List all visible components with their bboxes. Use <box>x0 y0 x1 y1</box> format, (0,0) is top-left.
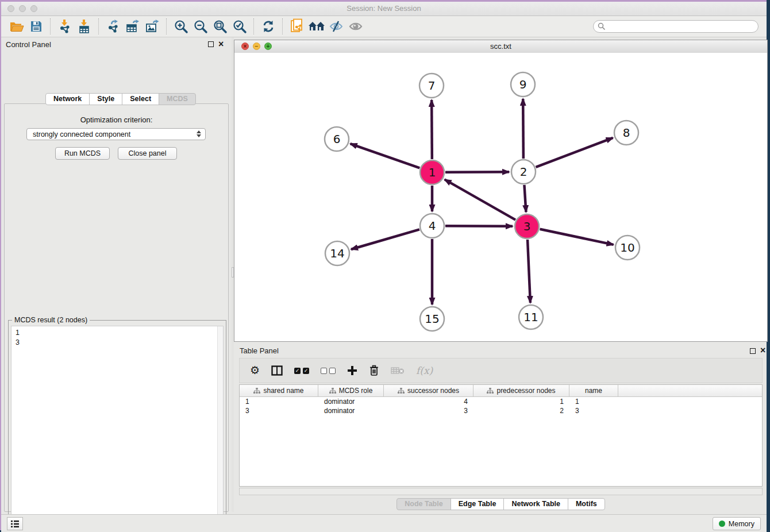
delete-column-button[interactable] <box>369 365 379 376</box>
tab-style[interactable]: Style <box>89 93 122 105</box>
export-table-button[interactable] <box>123 18 143 35</box>
close-panel-button[interactable]: Close panel <box>118 147 177 160</box>
tab-network[interactable]: Network <box>45 93 90 105</box>
graph-edge-1-7[interactable] <box>432 100 432 159</box>
refresh-view-button[interactable] <box>259 18 278 35</box>
table-cell[interactable]: 2 <box>473 406 569 415</box>
table-panel-title: Table Panel <box>240 346 279 355</box>
network-canvas[interactable]: 7968124314101511 <box>234 53 767 341</box>
column-header-name[interactable]: name <box>569 385 618 396</box>
column-type-icon <box>329 388 336 394</box>
zoom-in-button[interactable] <box>171 18 191 35</box>
graph-node-label-14: 14 <box>330 246 344 260</box>
save-session-button[interactable] <box>26 18 46 35</box>
tab-network-table[interactable]: Network Table <box>503 498 568 510</box>
eye-slash-icon <box>329 20 344 33</box>
zoom-selected-button[interactable] <box>230 18 249 35</box>
table-row[interactable]: 3dominator323 <box>240 406 762 415</box>
graph-edge-1-2[interactable] <box>445 172 509 172</box>
graph-edge-2-3[interactable] <box>524 185 526 212</box>
home-icon <box>308 20 325 33</box>
graph-edge-3-11[interactable] <box>528 240 530 303</box>
result-scrollbar[interactable] <box>217 326 223 532</box>
column-header-predecessor-nodes[interactable]: predecessor nodes <box>473 385 569 396</box>
save-disk-icon <box>30 20 43 33</box>
graph-edge-2-9[interactable] <box>523 99 523 159</box>
search-input[interactable] <box>593 20 759 33</box>
column-label: successor nodes <box>407 387 459 395</box>
table-cell[interactable]: 3 <box>569 406 618 415</box>
graph-edge-4-3[interactable] <box>445 226 513 226</box>
column-header-shared-name[interactable]: shared name <box>240 385 318 396</box>
show-columns-button[interactable] <box>271 365 283 376</box>
list-icon <box>10 520 20 528</box>
window-title: Session: New Session <box>1 2 767 16</box>
tab-node-table[interactable]: Node Table <box>396 498 451 510</box>
tab-mcds[interactable]: MCDS <box>159 93 196 105</box>
graph-node-label-8: 8 <box>623 126 630 140</box>
add-column-button[interactable] <box>347 365 357 376</box>
run-mcds-button[interactable]: Run MCDS <box>55 147 110 160</box>
graph-edge-1-6[interactable] <box>351 144 420 168</box>
optimization-criterion-label: Optimization criterion: <box>1 115 232 124</box>
import-table-button[interactable] <box>75 18 94 35</box>
memory-button[interactable]: Memory <box>713 517 761 530</box>
zoom-fit-button[interactable] <box>210 18 230 35</box>
column-header-MCDS-role[interactable]: MCDS role <box>318 385 384 396</box>
network-from-file-button[interactable] <box>287 18 307 35</box>
tab-motifs[interactable]: Motifs <box>568 498 605 510</box>
table-cell[interactable]: 4 <box>384 397 473 406</box>
float-table-panel-icon[interactable] <box>750 348 756 354</box>
table-cell[interactable]: dominator <box>318 406 384 415</box>
table-panel: Table Panel × ⚙ ✓✓ f(x) <box>234 344 768 512</box>
table-hscrollbar[interactable] <box>239 488 763 495</box>
gear-icon: ⚙ <box>250 365 260 376</box>
graph-node-label-2: 2 <box>520 165 528 179</box>
table-settings-button[interactable]: ⚙ <box>250 365 260 376</box>
close-table-panel-icon[interactable]: × <box>760 345 765 356</box>
import-network-icon <box>58 19 72 34</box>
column-header-successor-nodes[interactable]: successor nodes <box>384 385 473 396</box>
graph-edge-2-8[interactable] <box>536 138 613 167</box>
table-cell[interactable]: 3 <box>240 406 318 415</box>
graph-node-label-7: 7 <box>428 79 436 92</box>
home-layout-button[interactable] <box>307 18 326 35</box>
tab-edge-table[interactable]: Edge Table <box>451 498 505 510</box>
show-panel-button[interactable] <box>346 18 365 35</box>
close-panel-icon[interactable]: × <box>218 38 224 50</box>
column-label: MCDS role <box>339 387 373 395</box>
graph-node-label-3: 3 <box>523 219 531 233</box>
import-network-button[interactable] <box>55 18 75 35</box>
graph-node-label-10: 10 <box>620 241 634 255</box>
table-cell[interactable]: 3 <box>384 406 473 415</box>
graph-edge-3-10[interactable] <box>540 229 614 245</box>
table-cell[interactable]: 1 <box>473 397 569 406</box>
zoom-out-button[interactable] <box>191 18 210 35</box>
checkbox-unchecked-icon <box>329 368 336 374</box>
mcds-result-area[interactable]: 1 3 <box>11 326 224 532</box>
hide-panel-button[interactable] <box>326 18 346 35</box>
open-file-button[interactable] <box>7 18 26 35</box>
delete-table-button[interactable] <box>391 366 405 375</box>
select-all-button[interactable]: ✓✓ <box>294 368 309 374</box>
table-cell[interactable]: 1 <box>240 397 318 406</box>
table-cell[interactable]: dominator <box>318 397 384 406</box>
checkbox-checked-icon: ✓ <box>303 368 309 374</box>
deselect-all-button[interactable] <box>321 368 336 374</box>
table-row[interactable]: 1dominator411 <box>240 397 762 406</box>
export-network-button[interactable] <box>103 18 123 35</box>
toolbar-separator <box>282 18 283 34</box>
graph-edge-4-14[interactable] <box>351 229 419 249</box>
criterion-dropdown[interactable]: strongly connected component <box>26 128 206 140</box>
export-image-button[interactable] <box>143 18 162 35</box>
criterion-value: strongly connected component <box>33 130 130 138</box>
table-cell[interactable]: 1 <box>569 397 618 406</box>
tab-select[interactable]: Select <box>122 93 159 105</box>
function-builder-button[interactable]: f(x) <box>416 365 433 376</box>
network-graph: 7968124314101511 <box>234 53 767 341</box>
network-window-titlebar: × − + scc.txt <box>234 40 767 53</box>
task-history-button[interactable] <box>7 517 23 530</box>
export-network-icon <box>106 19 120 34</box>
graph-edge-3-1[interactable] <box>445 179 515 219</box>
float-panel-icon[interactable] <box>208 41 214 47</box>
